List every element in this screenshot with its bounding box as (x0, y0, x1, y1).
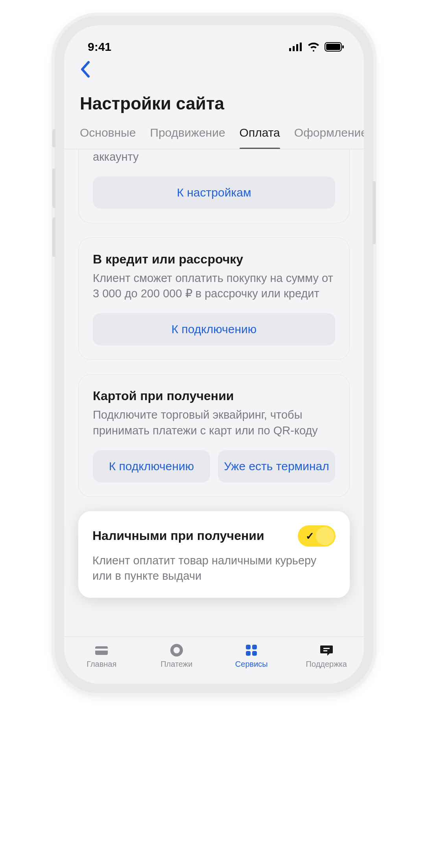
device-side-button (52, 129, 55, 147)
chat-icon (319, 642, 334, 658)
card-account: аккаунту К настройкам (78, 149, 350, 223)
back-row (64, 57, 364, 80)
svg-rect-8 (95, 649, 108, 651)
tabs: Основные Продвижение Оплата Оформление з… (64, 123, 364, 149)
device-side-button (52, 217, 55, 257)
check-icon: ✓ (306, 530, 314, 542)
circle-icon (169, 642, 184, 658)
device-side-button (52, 169, 55, 208)
svg-rect-15 (323, 650, 327, 651)
card-cod-title: Картой при получении (93, 389, 335, 403)
nav-services[interactable]: Сервисы (222, 642, 281, 669)
status-time: 9:41 (88, 40, 111, 54)
card-cod-desc: Подключите торговый эквайринг, чтобы при… (93, 407, 335, 438)
nav-home-label: Главная (87, 660, 116, 669)
cellular-icon (289, 43, 303, 51)
nav-support[interactable]: Поддержка (297, 642, 356, 669)
card-cash-desc: Клиент оплатит товар наличными курьеру и… (92, 553, 336, 584)
grid-icon (244, 642, 259, 658)
card-credit: В кредит или рассрочку Клиент сможет опл… (78, 237, 350, 360)
card-account-text: аккаунту (93, 149, 335, 165)
svg-rect-5 (326, 44, 340, 50)
tab-main[interactable]: Основные (80, 126, 136, 149)
svg-rect-13 (252, 651, 257, 656)
svg-rect-1 (293, 46, 295, 51)
wifi-icon (307, 42, 320, 52)
cash-toggle[interactable]: ✓ (298, 525, 336, 547)
svg-rect-12 (246, 651, 251, 656)
svg-rect-6 (342, 45, 344, 48)
screen: 9:41 Настройки сайта Основные Продвижени… (64, 25, 364, 684)
svg-rect-0 (289, 48, 291, 51)
tab-payment[interactable]: Оплата (240, 126, 280, 149)
device-frame: 9:41 Настройки сайта Основные Продвижени… (55, 16, 373, 693)
tab-checkout[interactable]: Оформление заказа (294, 126, 364, 149)
battery-icon (325, 42, 344, 52)
card-home-icon (94, 642, 109, 658)
nav-payments-label: Платежи (160, 660, 192, 669)
tab-promotion[interactable]: Продвижение (150, 126, 225, 149)
svg-rect-2 (296, 44, 298, 51)
bottom-nav: Главная Платежи Сервисы Поддержка (64, 636, 364, 684)
svg-rect-10 (246, 645, 251, 649)
card-account-settings-button[interactable]: К настройкам (93, 176, 335, 209)
page-title: Настройки сайта (80, 94, 348, 113)
svg-rect-14 (323, 648, 330, 649)
card-cod-connect-button[interactable]: К подключению (93, 450, 210, 482)
card-credit-connect-button[interactable]: К подключению (93, 313, 335, 345)
card-credit-desc: Клиент сможет оплатить покупку на сумму … (93, 271, 335, 301)
device-side-button (373, 181, 376, 244)
header: Настройки сайта (64, 80, 364, 123)
nav-services-label: Сервисы (235, 660, 268, 669)
svg-rect-11 (252, 645, 257, 649)
toggle-knob (316, 527, 334, 545)
back-icon[interactable] (80, 61, 91, 78)
card-cash-title: Наличными при получении (92, 529, 264, 543)
card-credit-title: В кредит или рассрочку (93, 252, 335, 267)
card-card-on-delivery: Картой при получении Подключите торговый… (78, 374, 350, 497)
svg-point-9 (172, 645, 181, 655)
status-bar: 9:41 (64, 25, 364, 57)
card-cash-on-delivery: Наличными при получении ✓ Клиент оплатит… (78, 511, 350, 598)
nav-support-label: Поддержка (306, 660, 347, 669)
nav-home[interactable]: Главная (72, 642, 131, 669)
status-icons (289, 42, 344, 52)
content-scroll[interactable]: аккаунту К настройкам В кредит или расср… (64, 149, 364, 666)
svg-rect-3 (300, 43, 302, 51)
card-cod-have-terminal-button[interactable]: Уже есть терминал (218, 450, 335, 482)
nav-payments[interactable]: Платежи (147, 642, 206, 669)
